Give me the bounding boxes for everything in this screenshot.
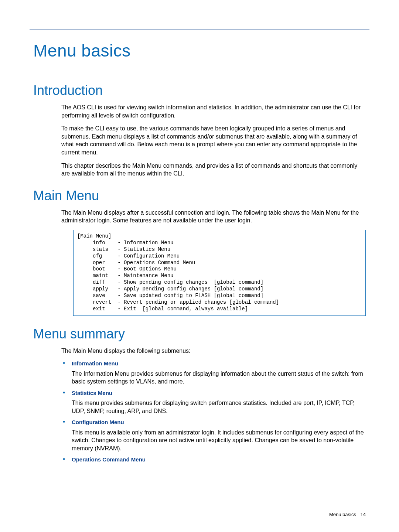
summary-list: Information Menu The Information Menu pr… [61,360,366,463]
list-item: Information Menu The Information Menu pr… [61,360,366,385]
bullet-body: This menu provides submenus for displayi… [72,399,366,415]
intro-para: To make the CLI easy to use, the various… [61,125,366,156]
bullet-title: Information Menu [72,360,366,367]
list-item: Statistics Menu This menu provides subme… [61,389,366,415]
top-rule [30,30,369,30]
page-footer: Menu basics 14 [329,512,366,517]
mainmenu-code-block: [Main Menu] info - Information Menu stat… [73,230,366,316]
footer-label: Menu basics [329,512,356,517]
mainmenu-intro: The Main Menu displays after a successfu… [61,209,366,225]
list-item: Operations Command Menu [61,456,366,463]
list-item: Configuration Menu This menu is availabl… [61,419,366,452]
section-heading-introduction: Introduction [33,83,366,98]
bullet-body: The Information Menu provides submenus f… [72,370,366,386]
bullet-title: Statistics Menu [72,389,366,397]
intro-body: The AOS CLI is used for viewing switch i… [61,103,366,178]
bullet-title: Operations Command Menu [72,456,366,463]
summary-intro: The Main Menu displays the following sub… [61,347,366,355]
footer-page-number: 14 [361,512,366,517]
document-page: Menu basics Introduction The AOS CLI is … [0,0,399,532]
intro-para: This chapter describes the Main Menu com… [61,162,366,178]
section-heading-main-menu: Main Menu [33,188,366,204]
chapter-title: Menu basics [33,41,366,61]
section-heading-menu-summary: Menu summary [33,326,366,342]
summary-body: The Main Menu displays the following sub… [61,347,366,464]
intro-para: The AOS CLI is used for viewing switch i… [61,103,366,119]
bullet-body: This menu is available only from an admi… [72,429,366,453]
mainmenu-body: The Main Menu displays after a successfu… [61,209,366,316]
bullet-title: Configuration Menu [72,419,366,426]
